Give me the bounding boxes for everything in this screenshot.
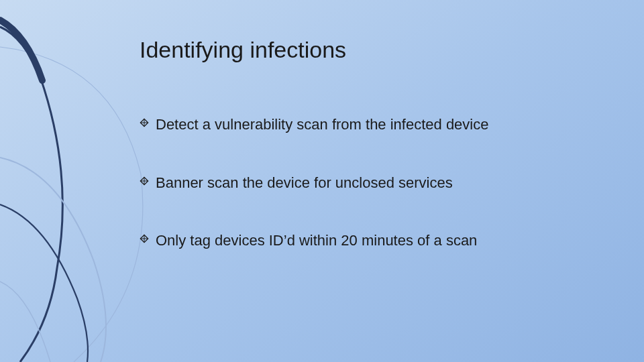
diamond-bullet-icon bbox=[140, 176, 149, 186]
bullet-text: Banner scan the device for unclosed serv… bbox=[156, 174, 453, 193]
slide-title: Identifying infections bbox=[140, 37, 609, 63]
content-area: Identifying infections Detect a vulnerab… bbox=[140, 37, 609, 290]
list-item: Only tag devices ID’d within 20 minutes … bbox=[140, 231, 609, 251]
list-item: Detect a vulnerability scan from the inf… bbox=[140, 115, 609, 135]
bullet-text: Only tag devices ID’d within 20 minutes … bbox=[156, 231, 477, 251]
slide: Identifying infections Detect a vulnerab… bbox=[0, 0, 644, 362]
diamond-bullet-icon bbox=[140, 118, 149, 127]
diamond-bullet-icon bbox=[140, 234, 149, 243]
bullet-list: Detect a vulnerability scan from the inf… bbox=[140, 115, 609, 251]
bullet-text: Detect a vulnerability scan from the inf… bbox=[156, 115, 488, 135]
list-item: Banner scan the device for unclosed serv… bbox=[140, 174, 609, 193]
